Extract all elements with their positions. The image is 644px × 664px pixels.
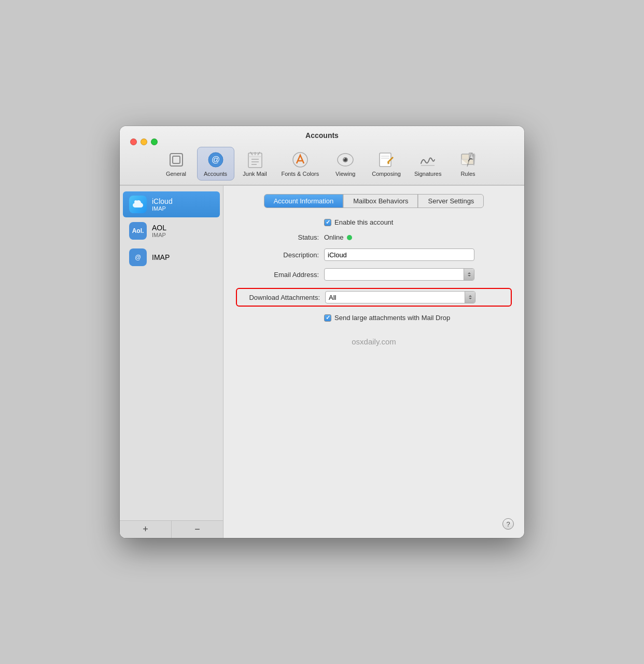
- svg-text:@: @: [135, 254, 141, 261]
- signatures-icon: [418, 150, 437, 169]
- status-indicator: [347, 235, 352, 240]
- email-input[interactable]: [325, 269, 464, 280]
- toolbar-item-viewing[interactable]: Viewing: [327, 147, 364, 181]
- toolbar-label-rules: Rules: [460, 171, 475, 177]
- description-row: Description:: [236, 248, 512, 261]
- toolbar-item-signatures[interactable]: Signatures: [409, 147, 447, 181]
- enable-account-row: Enable this account: [236, 218, 512, 226]
- download-attachments-label: Download Attachments:: [237, 294, 320, 301]
- email-combo-box[interactable]: [324, 268, 474, 281]
- sidebar-bottom-buttons: + −: [120, 520, 223, 538]
- tab-mailbox-behaviors[interactable]: Mailbox Behaviors: [344, 195, 418, 208]
- help-button[interactable]: ?: [502, 518, 514, 530]
- close-button[interactable]: [130, 139, 137, 145]
- tab-bar: Account Information Mailbox Behaviors Se…: [264, 194, 484, 208]
- aol-type: IMAP: [152, 232, 166, 238]
- download-attachments-row: Download Attachments:: [237, 291, 511, 303]
- email-label: Email Address:: [236, 271, 319, 279]
- svg-rect-1: [173, 156, 180, 163]
- status-row: Status: Online: [236, 233, 512, 241]
- traffic-lights: [130, 139, 158, 145]
- aol-name: AOL: [152, 224, 166, 232]
- sidebar: iCloud IMAP Aol. AOL IMAP: [120, 186, 223, 538]
- send-large-checkbox[interactable]: [324, 314, 331, 322]
- icloud-name: iCloud: [152, 197, 173, 205]
- imap-icon: @: [129, 248, 147, 266]
- tab-server-settings[interactable]: Server Settings: [418, 195, 483, 208]
- download-attachments-input[interactable]: [326, 292, 465, 303]
- window-title: Accounts: [305, 131, 339, 140]
- general-icon: [167, 150, 186, 169]
- toolbar-label-fonts-colors: Fonts & Colors: [282, 171, 319, 177]
- toolbar-item-accounts[interactable]: @ Accounts: [197, 147, 234, 181]
- minimize-button[interactable]: [141, 139, 147, 145]
- svg-rect-4: [248, 153, 262, 168]
- icloud-icon: [129, 196, 147, 213]
- toolbar-label-composing: Composing: [372, 171, 401, 177]
- remove-account-button[interactable]: −: [172, 521, 223, 538]
- email-row: Email Address:: [236, 268, 512, 281]
- aol-icon: Aol.: [129, 222, 147, 240]
- toolbar-item-composing[interactable]: Composing: [366, 147, 407, 181]
- toolbar-item-fonts-colors[interactable]: Fonts & Colors: [276, 147, 325, 181]
- accounts-icon: @: [206, 150, 225, 169]
- description-label: Description:: [236, 251, 319, 259]
- toolbar-item-general[interactable]: General: [158, 147, 195, 181]
- enable-account-checkbox[interactable]: [324, 219, 331, 226]
- enable-account-label: Enable this account: [334, 218, 393, 226]
- icloud-info: iCloud IMAP: [152, 197, 173, 212]
- toolbar-label-junk-mail: Junk Mail: [243, 171, 267, 177]
- status-value: Online: [324, 233, 344, 241]
- svg-rect-18: [380, 153, 391, 167]
- toolbar-label-accounts: Accounts: [204, 171, 227, 177]
- imap-info: IMAP: [152, 253, 170, 261]
- mail-preferences-window: Accounts General @: [120, 126, 524, 538]
- imap-name: IMAP: [152, 253, 170, 261]
- svg-rect-0: [170, 154, 183, 166]
- composing-icon: [377, 150, 396, 169]
- status-label: Status:: [236, 233, 319, 241]
- toolbar-label-signatures: Signatures: [414, 171, 442, 177]
- maximize-button[interactable]: [151, 139, 158, 145]
- toolbar-label-viewing: Viewing: [335, 171, 355, 177]
- right-panel: Account Information Mailbox Behaviors Se…: [223, 186, 524, 538]
- content-area: iCloud IMAP Aol. AOL IMAP: [120, 185, 524, 538]
- tab-account-info[interactable]: Account Information: [264, 195, 344, 208]
- email-dropdown-btn[interactable]: [464, 269, 474, 280]
- sidebar-item-imap[interactable]: @ IMAP: [123, 244, 220, 270]
- toolbar: General @ Accounts: [152, 144, 492, 185]
- sidebar-item-aol[interactable]: Aol. AOL IMAP: [123, 218, 220, 244]
- download-attachments-highlighted: Download Attachments:: [236, 288, 512, 307]
- send-large-row: Send large attachments with Mail Drop: [236, 314, 512, 322]
- fonts-colors-icon: [291, 150, 310, 169]
- viewing-icon: [336, 150, 355, 169]
- svg-point-17: [344, 158, 345, 159]
- download-attachments-dropdown-btn[interactable]: [465, 292, 475, 303]
- junk-mail-icon: [246, 150, 264, 169]
- sidebar-item-icloud[interactable]: iCloud IMAP: [123, 191, 220, 217]
- svg-text:@: @: [211, 155, 219, 164]
- title-bar: Accounts General @: [120, 126, 524, 185]
- icloud-type: IMAP: [152, 205, 173, 212]
- toolbar-item-junk-mail[interactable]: Junk Mail: [236, 147, 274, 181]
- sidebar-accounts: iCloud IMAP Aol. AOL IMAP: [120, 191, 223, 520]
- watermark: osxdaily.com: [236, 337, 512, 346]
- add-account-button[interactable]: +: [120, 521, 172, 538]
- toolbar-label-general: General: [166, 171, 186, 177]
- description-input[interactable]: [324, 248, 474, 261]
- account-info-form: Enable this account Status: Online Descr…: [236, 218, 512, 530]
- download-attachments-combo[interactable]: [325, 291, 475, 303]
- rules-icon: [458, 150, 477, 169]
- toolbar-item-rules[interactable]: Rules: [449, 147, 486, 181]
- title-bar-top: Accounts: [120, 131, 524, 144]
- send-large-label: Send large attachments with Mail Drop: [334, 314, 450, 322]
- aol-info: AOL IMAP: [152, 224, 166, 238]
